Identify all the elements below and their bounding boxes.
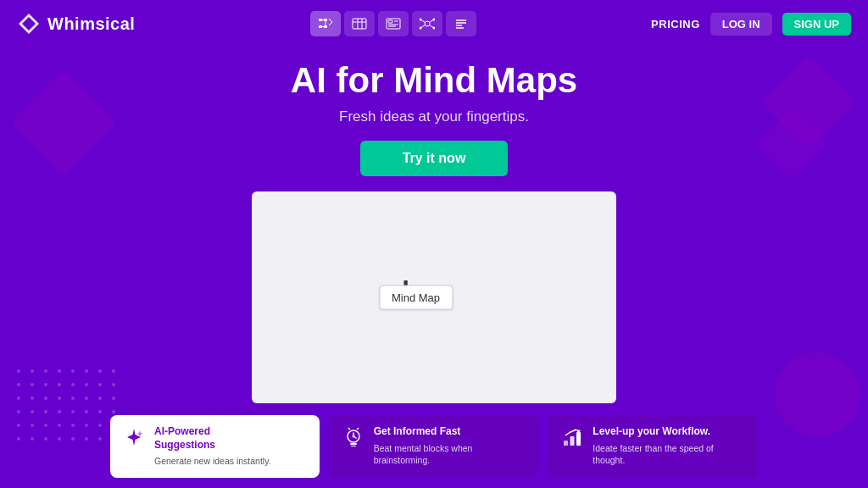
svg-rect-4 [319,25,322,28]
nav-right: PRICING LOG IN SIGN UP [651,13,851,36]
pricing-link[interactable]: PRICING [651,18,700,30]
docs-tool-button[interactable] [446,11,476,36]
svg-rect-2 [319,19,322,21]
informed-card-title: Get Informed Fast [374,425,527,439]
mind-map-canvas: ▌ Mind Map [252,191,616,403]
svg-rect-39 [564,441,568,446]
svg-rect-36 [350,443,357,445]
try-it-now-button[interactable]: Try it now [360,141,509,176]
levelup-card-content: Level-up your Workflow. Ideate faster th… [593,425,746,467]
nav-tools [310,11,476,36]
hero-section: AI for Mind Maps Fresh ideas at your fin… [0,47,868,403]
logo-area: Whimsical [17,12,135,36]
login-button[interactable]: LOG IN [710,13,772,36]
wireframe-tool-button[interactable] [378,11,409,36]
table-tool-button[interactable] [344,11,375,36]
navbar: Whimsical [0,0,868,47]
informed-card-desc: Beat mental blocks when brainstorming. [374,442,527,467]
svg-line-34 [348,428,350,430]
hero-subtitle: Fresh ideas at your fingertips. [0,108,868,125]
svg-rect-37 [351,446,356,446]
svg-line-10 [329,22,332,25]
mindmap-tool-button[interactable] [412,11,442,36]
ai-icon [122,425,146,449]
svg-point-20 [425,21,430,26]
informed-card-content: Get Informed Fast Beat mental blocks whe… [374,425,527,467]
svg-point-38 [352,435,355,438]
levelup-card-title: Level-up your Workflow. [593,425,746,439]
ai-card-desc: Generate new ideas instantly. [154,455,271,468]
informed-icon [342,425,365,449]
svg-line-35 [357,428,359,430]
svg-rect-16 [388,20,392,23]
levelup-icon [560,425,584,449]
svg-rect-40 [570,436,575,446]
svg-rect-5 [324,25,327,28]
svg-line-9 [329,19,332,22]
svg-rect-11 [353,19,366,29]
mind-map-node: Mind Map [379,286,453,310]
hero-title: AI for Mind Maps [0,61,868,100]
ai-card-title: AI-PoweredSuggestions [154,425,271,452]
feature-card-informed: Get Informed Fast Beat mental blocks whe… [330,415,539,478]
feature-card-ai: AI-PoweredSuggestions Generate new ideas… [110,415,320,478]
feature-card-levelup: Level-up your Workflow. Ideate faster th… [548,415,758,478]
svg-rect-3 [324,19,327,21]
svg-rect-41 [576,432,581,446]
flowchart-tool-button[interactable] [310,11,341,36]
signup-button[interactable]: SIGN UP [782,13,851,36]
levelup-card-desc: Ideate faster than the speed of thought. [593,442,746,467]
logo-text: Whimsical [47,14,135,34]
ai-card-content: AI-PoweredSuggestions Generate new ideas… [154,425,271,468]
whimsical-logo-icon [17,12,41,36]
feature-cards: AI-PoweredSuggestions Generate new ideas… [0,415,868,478]
